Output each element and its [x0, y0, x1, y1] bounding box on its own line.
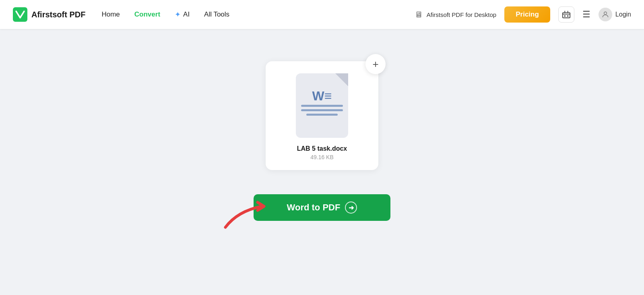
file-area: + W≡ LAB 5 task.docx: [266, 61, 378, 170]
svg-rect-1: [563, 12, 570, 18]
btn-circle-arrow-icon: ➜: [345, 202, 357, 214]
nav-convert[interactable]: Convert: [134, 10, 160, 19]
coupon-icon-button[interactable]: [558, 6, 574, 23]
header-right: 🖥 Afirstsoft PDF for Desktop Pricing ☰ L…: [415, 6, 631, 23]
convert-button-area: Word to PDF ➜: [254, 194, 390, 221]
file-card: + W≡ LAB 5 task.docx: [266, 61, 378, 170]
main-nav: Home Convert ✦ AI All Tools: [101, 10, 414, 19]
avatar: [599, 8, 612, 21]
svg-point-3: [568, 16, 568, 17]
file-size: 49.16 KB: [310, 154, 334, 160]
svg-point-4: [604, 12, 607, 15]
file-icon: W≡: [296, 73, 348, 138]
logo-text: Afirstsoft PDF: [31, 10, 85, 19]
logo-area[interactable]: Afirstsoft PDF: [13, 7, 85, 22]
login-label: Login: [615, 11, 631, 18]
login-area[interactable]: Login: [599, 8, 631, 21]
fold-corner-icon: [335, 73, 348, 86]
hamburger-button[interactable]: ☰: [582, 9, 590, 20]
nav-ai[interactable]: ✦ AI: [175, 10, 190, 19]
nav-home[interactable]: Home: [101, 10, 120, 19]
doc-line-3: [306, 114, 338, 116]
svg-point-2: [564, 16, 565, 17]
logo-icon: [13, 7, 27, 22]
svg-rect-0: [13, 7, 27, 22]
svg-marker-5: [335, 73, 348, 86]
coupon-icon: [562, 10, 571, 19]
pricing-button[interactable]: Pricing: [504, 6, 550, 23]
doc-line-2: [301, 109, 343, 111]
file-name: LAB 5 task.docx: [297, 145, 347, 152]
header: Afirstsoft PDF Home Convert ✦ AI All Too…: [0, 0, 644, 29]
main-content: + W≡ LAB 5 task.docx: [0, 29, 644, 295]
user-icon: [601, 10, 609, 19]
word-w-letter: W≡: [312, 89, 332, 102]
nav-all-tools[interactable]: All Tools: [204, 10, 229, 19]
monitor-icon: 🖥: [415, 10, 423, 19]
add-file-button[interactable]: +: [365, 54, 386, 74]
doc-line-1: [301, 105, 343, 107]
desktop-link[interactable]: 🖥 Afirstsoft PDF for Desktop: [415, 10, 496, 19]
word-to-pdf-button[interactable]: Word to PDF ➜: [254, 194, 390, 221]
ai-spark-icon: ✦: [175, 10, 181, 19]
